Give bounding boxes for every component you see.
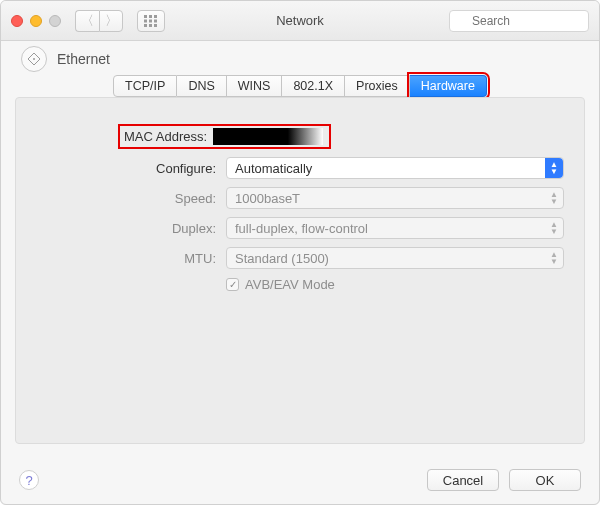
speed-select: 1000baseT ▲▼ xyxy=(226,187,564,209)
tab-proxies[interactable]: Proxies xyxy=(345,75,410,97)
back-to-main-button[interactable] xyxy=(21,46,47,72)
grid-icon xyxy=(144,15,158,27)
mac-address-row: MAC Address: xyxy=(36,124,564,149)
nav-buttons: 〈 〉 xyxy=(75,10,123,32)
minimize-window-button[interactable] xyxy=(30,15,42,27)
help-button[interactable]: ? xyxy=(19,470,39,490)
mtu-select: Standard (1500) ▲▼ xyxy=(226,247,564,269)
hardware-form: MAC Address: Configure: Automatically ▲▼… xyxy=(36,124,564,292)
tabbar: TCP/IP DNS WINS 802.1X Proxies Hardware xyxy=(1,75,599,97)
chevron-right-icon: 〉 xyxy=(105,12,118,30)
breadcrumb-label: Ethernet xyxy=(57,51,110,67)
svg-rect-2 xyxy=(154,15,157,18)
svg-rect-3 xyxy=(144,19,147,22)
svg-rect-4 xyxy=(149,19,152,22)
diamond-back-icon xyxy=(27,52,41,66)
updown-icon: ▲▼ xyxy=(545,158,563,178)
svg-rect-1 xyxy=(149,15,152,18)
close-window-button[interactable] xyxy=(11,15,23,27)
tabs: TCP/IP DNS WINS 802.1X Proxies Hardware xyxy=(113,75,487,97)
mac-address-label: MAC Address: xyxy=(124,129,207,144)
svg-rect-8 xyxy=(154,24,157,27)
search-wrap xyxy=(449,10,589,32)
ok-button[interactable]: OK xyxy=(509,469,581,491)
speed-label: Speed: xyxy=(36,191,216,206)
help-icon: ? xyxy=(25,473,32,488)
tab-8021x[interactable]: 802.1X xyxy=(282,75,345,97)
updown-icon: ▲▼ xyxy=(545,248,563,268)
updown-icon: ▲▼ xyxy=(545,218,563,238)
duplex-label: Duplex: xyxy=(36,221,216,236)
speed-value: 1000baseT xyxy=(235,191,300,206)
duplex-select: full-duplex, flow-control ▲▼ xyxy=(226,217,564,239)
mtu-value: Standard (1500) xyxy=(235,251,329,266)
window-controls xyxy=(11,15,61,27)
tab-hardware[interactable]: Hardware xyxy=(410,75,487,97)
avb-mode-checkbox: ✓ AVB/EAV Mode xyxy=(226,277,564,292)
mac-address-value xyxy=(213,128,323,145)
breadcrumb: Ethernet xyxy=(1,41,599,77)
updown-icon: ▲▼ xyxy=(545,188,563,208)
content-panel: MAC Address: Configure: Automatically ▲▼… xyxy=(15,97,585,444)
tab-wins[interactable]: WINS xyxy=(227,75,283,97)
back-button[interactable]: 〈 xyxy=(75,10,99,32)
footer: ? Cancel OK xyxy=(1,456,599,504)
titlebar: 〈 〉 Network xyxy=(1,1,599,41)
mac-address-highlight: MAC Address: xyxy=(118,124,331,149)
network-preferences-window: 〈 〉 Network Ethernet TC xyxy=(0,0,600,505)
svg-rect-7 xyxy=(149,24,152,27)
svg-rect-6 xyxy=(144,24,147,27)
tab-dns[interactable]: DNS xyxy=(177,75,226,97)
search-input[interactable] xyxy=(449,10,589,32)
tab-tcpip[interactable]: TCP/IP xyxy=(113,75,177,97)
configure-value: Automatically xyxy=(235,161,312,176)
svg-point-11 xyxy=(33,58,35,60)
forward-button[interactable]: 〉 xyxy=(99,10,123,32)
mtu-label: MTU: xyxy=(36,251,216,266)
svg-rect-0 xyxy=(144,15,147,18)
checkbox-icon: ✓ xyxy=(226,278,239,291)
cancel-button[interactable]: Cancel xyxy=(427,469,499,491)
avb-mode-label: AVB/EAV Mode xyxy=(245,277,335,292)
chevron-left-icon: 〈 xyxy=(81,12,94,30)
duplex-value: full-duplex, flow-control xyxy=(235,221,368,236)
svg-rect-5 xyxy=(154,19,157,22)
zoom-window-button xyxy=(49,15,61,27)
configure-label: Configure: xyxy=(36,161,216,176)
show-all-button[interactable] xyxy=(137,10,165,32)
configure-select[interactable]: Automatically ▲▼ xyxy=(226,157,564,179)
